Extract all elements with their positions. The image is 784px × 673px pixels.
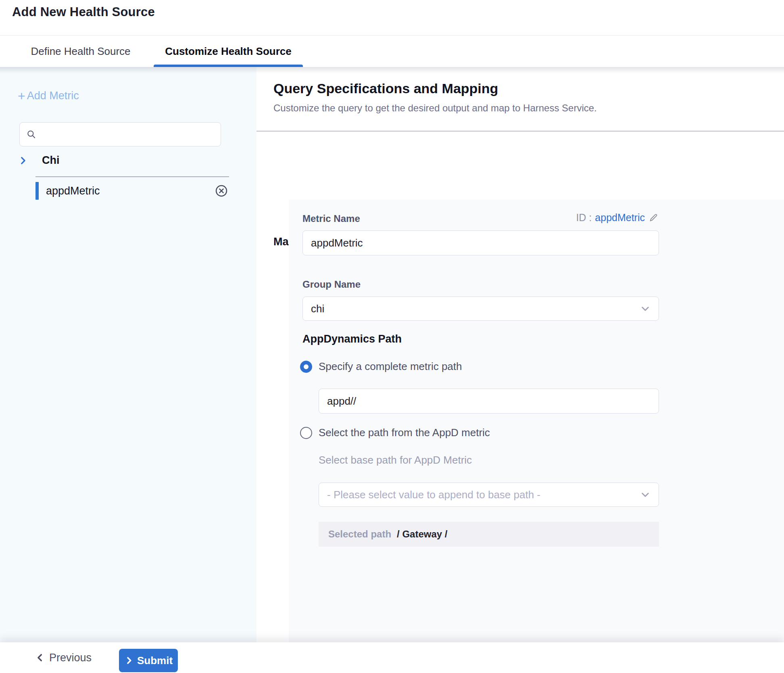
metric-id-row: ID : appdMetric bbox=[302, 212, 659, 224]
chevron-down-icon bbox=[640, 303, 651, 314]
tab-define-health-source[interactable]: Define Health Source bbox=[16, 36, 145, 67]
circle-x-icon bbox=[215, 184, 228, 198]
metric-id-prefix: ID : bbox=[576, 212, 592, 224]
chevron-right-icon bbox=[18, 155, 28, 166]
metric-path-input[interactable] bbox=[319, 389, 659, 414]
add-metric-button[interactable]: + Add Metric bbox=[18, 90, 79, 102]
base-path-label: Select base path for AppD Metric bbox=[319, 454, 472, 466]
radio-select-label: Select the path from the AppD metric bbox=[319, 426, 490, 439]
previous-button-label: Previous bbox=[49, 652, 92, 664]
group-name-label: Chi bbox=[42, 154, 60, 167]
submit-button[interactable]: Submit bbox=[119, 649, 178, 672]
metrics-sidebar: + Add Metric Chi appdMetric bbox=[0, 67, 257, 642]
metric-search-box bbox=[19, 122, 221, 146]
dialog-content: + Add Metric Chi appdMetric bbox=[0, 67, 784, 642]
group-name-field-label: Group Name bbox=[302, 279, 361, 290]
add-health-source-dialog: Add New Health Source Define Health Sour… bbox=[0, 0, 784, 673]
plus-icon: + bbox=[18, 91, 25, 101]
group-name-value: chi bbox=[311, 303, 640, 315]
page-title: Add New Health Source bbox=[12, 5, 155, 19]
selected-metric-indicator bbox=[35, 182, 39, 200]
selected-path-label: Selected path bbox=[328, 529, 391, 540]
metric-item-label: appdMetric bbox=[46, 185, 215, 197]
search-icon bbox=[26, 129, 37, 140]
dialog-header: Add New Health Source bbox=[0, 0, 784, 36]
panel-subtitle: Customize the query to get the desired o… bbox=[273, 102, 597, 114]
metric-mapping-card: Metric Name ID : appdMetric Group Name c… bbox=[289, 200, 784, 642]
tab-bar: Define Health Source Customize Health So… bbox=[0, 36, 784, 67]
search-input[interactable] bbox=[42, 128, 215, 141]
pencil-icon[interactable] bbox=[648, 212, 659, 223]
tab-customize-label: Customize Health Source bbox=[165, 45, 292, 58]
radio-specify-metric-path[interactable]: Specify a complete metric path bbox=[300, 360, 462, 373]
add-metric-label: Add Metric bbox=[27, 90, 79, 102]
panel-title: Query Specifications and Mapping bbox=[273, 81, 498, 96]
panel-divider bbox=[256, 131, 784, 132]
chevron-right-icon bbox=[124, 656, 134, 665]
metric-id-link[interactable]: appdMetric bbox=[595, 212, 645, 224]
metric-name-input[interactable] bbox=[302, 230, 659, 255]
selected-path-strip: Selected path / Gateway / bbox=[319, 522, 659, 547]
metric-item-appdmetric[interactable]: appdMetric bbox=[35, 182, 229, 200]
tab-customize-health-source[interactable]: Customize Health Source bbox=[151, 36, 305, 67]
group-divider bbox=[35, 176, 229, 177]
radio-selected-icon bbox=[300, 361, 312, 373]
chevron-down-icon bbox=[640, 489, 651, 500]
query-specifications-panel: Query Specifications and Mapping Customi… bbox=[256, 67, 784, 642]
submit-button-label: Submit bbox=[137, 654, 173, 667]
radio-select-appd-path[interactable]: Select the path from the AppD metric bbox=[300, 426, 490, 439]
base-path-select[interactable]: - Please select value to append to base … bbox=[319, 483, 659, 507]
appdynamics-path-label: AppDynamics Path bbox=[302, 333, 402, 345]
previous-button[interactable]: Previous bbox=[32, 646, 94, 670]
metric-group-chi[interactable]: Chi bbox=[18, 154, 60, 167]
radio-specify-label: Specify a complete metric path bbox=[319, 360, 462, 373]
tab-define-label: Define Health Source bbox=[31, 45, 130, 58]
base-path-placeholder: - Please select value to append to base … bbox=[327, 489, 640, 501]
radio-unselected-icon bbox=[300, 427, 312, 439]
remove-metric-button[interactable] bbox=[215, 184, 228, 198]
dialog-footer: Previous Submit bbox=[0, 642, 784, 673]
selected-path-value: / Gateway / bbox=[397, 529, 447, 540]
group-name-select[interactable]: chi bbox=[302, 297, 659, 321]
chevron-left-icon bbox=[35, 652, 45, 663]
